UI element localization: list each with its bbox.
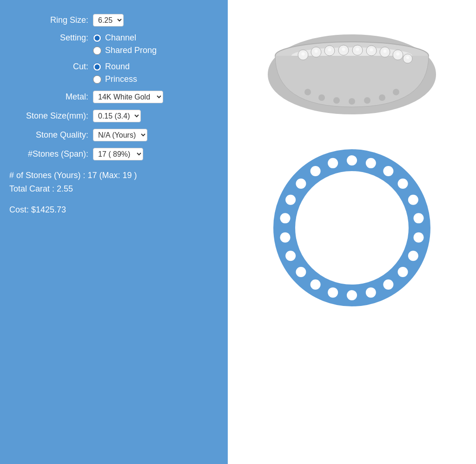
svg-point-47: [280, 232, 290, 243]
info-stones-text: # of Stones (Yours) : 17 (Max: 19 ): [9, 169, 218, 182]
cut-princess-radio[interactable]: [93, 75, 101, 84]
svg-point-36: [414, 213, 424, 223]
stones-span-row: #Stones (Span): 17 ( 89%) 18 ( 94%) 19 (…: [9, 148, 218, 160]
cut-round[interactable]: Round: [93, 62, 137, 72]
svg-point-16: [342, 48, 345, 51]
cut-princess[interactable]: Princess: [93, 74, 137, 84]
ring-diagram-area: [232, 139, 471, 316]
ring-size-row: Ring Size: 6.25 6.50 6.75 7.00: [9, 14, 218, 27]
ring-image-area: [232, 14, 471, 121]
svg-point-52: [328, 158, 338, 168]
svg-point-39: [398, 267, 408, 277]
svg-point-35: [408, 195, 418, 205]
svg-point-17: [356, 48, 359, 51]
svg-point-46: [285, 251, 296, 261]
svg-point-19: [383, 50, 387, 53]
svg-point-34: [398, 179, 408, 189]
svg-point-21: [406, 56, 409, 59]
setting-shared-prong-radio[interactable]: [93, 46, 101, 55]
svg-point-50: [296, 179, 306, 189]
metal-select[interactable]: 14K White Gold 18K White Gold Platinum 1…: [93, 91, 163, 103]
setting-channel[interactable]: Channel: [93, 33, 157, 43]
stone-quality-select[interactable]: N/A (Yours) SI1-H VS2-G VVS2-F: [93, 129, 147, 141]
svg-point-51: [311, 166, 321, 176]
info-block: # of Stones (Yours) : 17 (Max: 19 ) Tota…: [9, 169, 218, 196]
svg-point-23: [318, 94, 325, 101]
sidebar: Ring Size: 6.25 6.50 6.75 7.00 Setting: …: [0, 0, 228, 464]
svg-point-26: [364, 97, 370, 104]
ring-size-select[interactable]: 6.25 6.50 6.75 7.00: [93, 14, 124, 27]
svg-point-32: [366, 158, 376, 168]
setting-channel-radio[interactable]: [93, 34, 101, 42]
setting-row: Setting: Channel Shared Prong: [9, 33, 218, 55]
ring-photo-svg: [266, 14, 438, 121]
svg-point-30: [295, 171, 409, 285]
svg-point-38: [408, 251, 418, 261]
svg-point-14: [315, 50, 318, 53]
stone-size-select[interactable]: 0.15 (3.4) 0.20 (3.8) 0.25 (4.1): [93, 110, 141, 122]
cut-label: Cut:: [9, 62, 88, 72]
svg-point-28: [393, 89, 399, 95]
svg-point-45: [296, 267, 306, 277]
cut-round-label: Round: [105, 62, 130, 72]
svg-point-15: [328, 48, 331, 52]
setting-label: Setting:: [9, 33, 88, 43]
svg-point-27: [379, 94, 385, 101]
svg-point-13: [302, 53, 305, 56]
svg-point-24: [333, 97, 340, 104]
setting-radio-group: Channel Shared Prong: [93, 33, 157, 55]
svg-point-31: [347, 155, 357, 166]
stone-size-row: Stone Size(mm): 0.15 (3.4) 0.20 (3.8) 0.…: [9, 110, 218, 122]
svg-point-41: [366, 287, 376, 298]
svg-point-40: [383, 279, 393, 290]
svg-point-20: [397, 53, 400, 56]
stone-quality-label: Stone Quality:: [9, 130, 88, 140]
svg-point-44: [311, 279, 321, 290]
cut-radio-group: Round Princess: [93, 62, 137, 84]
svg-point-18: [370, 48, 373, 52]
svg-point-25: [349, 98, 355, 105]
info-carat-text: Total Carat : 2.55: [9, 182, 218, 196]
svg-point-33: [383, 166, 393, 176]
stones-span-select[interactable]: 17 ( 89%) 18 ( 94%) 19 (100%): [93, 148, 143, 160]
svg-point-48: [280, 213, 290, 223]
cost-text: Cost: $1425.73: [9, 205, 218, 215]
svg-point-37: [414, 232, 424, 243]
svg-point-43: [328, 287, 338, 298]
cost-block: Cost: $1425.73: [9, 205, 218, 215]
setting-shared-prong[interactable]: Shared Prong: [93, 46, 157, 55]
stones-span-label: #Stones (Span):: [9, 149, 88, 159]
cut-princess-label: Princess: [105, 74, 137, 84]
svg-point-22: [304, 89, 311, 95]
setting-channel-label: Channel: [105, 33, 136, 43]
main-content: [228, 0, 476, 464]
stone-size-label: Stone Size(mm):: [9, 111, 88, 121]
svg-point-49: [285, 195, 296, 205]
cut-row: Cut: Round Princess: [9, 62, 218, 84]
ring-diagram-svg: [264, 139, 440, 316]
ring-size-label: Ring Size:: [9, 15, 88, 25]
stone-quality-row: Stone Quality: N/A (Yours) SI1-H VS2-G V…: [9, 129, 218, 141]
setting-shared-prong-label: Shared Prong: [105, 46, 157, 55]
cut-round-radio[interactable]: [93, 63, 101, 71]
svg-point-42: [347, 290, 357, 300]
metal-row: Metal: 14K White Gold 18K White Gold Pla…: [9, 91, 218, 103]
metal-label: Metal:: [9, 92, 88, 102]
